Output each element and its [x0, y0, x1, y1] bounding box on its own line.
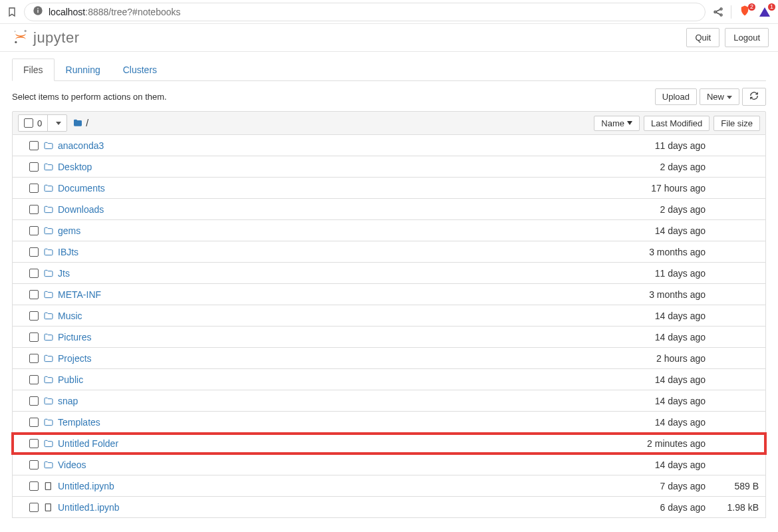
row-checkbox[interactable] [29, 184, 39, 193]
item-name-link[interactable]: Jts [58, 268, 70, 279]
row-checkbox[interactable] [29, 503, 39, 512]
chevron-down-icon [56, 122, 61, 125]
upload-button[interactable]: Upload [655, 88, 697, 105]
main-tabs: Files Running Clusters [12, 59, 766, 81]
url-input[interactable]: localhost:8888/tree?#notebooks [24, 3, 706, 21]
item-name-link[interactable]: Desktop [58, 162, 92, 172]
item-name-link[interactable]: Untitled.ipynb [58, 481, 114, 491]
item-modified: 3 months ago [599, 247, 706, 257]
item-name-link[interactable]: Projects [58, 353, 92, 364]
sort-modified-label: Last Modified [651, 118, 702, 128]
row-checkbox[interactable] [29, 311, 39, 321]
item-modified: 14 days ago [599, 374, 706, 385]
row-checkbox[interactable] [29, 460, 39, 469]
selected-count: 0 [37, 118, 42, 128]
svg-point-7 [15, 41, 17, 43]
row-checkbox[interactable] [29, 481, 39, 491]
svg-rect-1 [37, 10, 38, 13]
list-item: Music14 days ago [12, 305, 766, 327]
item-modified: 14 days ago [599, 225, 706, 236]
list-item: Desktop2 days ago [12, 156, 766, 178]
shield-badge-count: 2 [748, 3, 755, 11]
url-host: localhost [49, 7, 85, 17]
row-checkbox[interactable] [29, 332, 39, 342]
select-all-checkbox[interactable] [24, 118, 33, 128]
sort-size-label: File size [721, 118, 753, 128]
folder-icon [43, 268, 58, 279]
item-name-link[interactable]: snap [58, 396, 78, 406]
item-modified: 2 minutes ago [599, 438, 706, 449]
quit-button[interactable]: Quit [686, 28, 719, 47]
row-checkbox[interactable] [29, 439, 39, 448]
notebook-icon [43, 481, 58, 491]
select-all-group: 0 [18, 114, 67, 132]
breadcrumb[interactable]: / [72, 118, 88, 128]
jupyter-logo-icon [12, 28, 29, 47]
brave-shield-icon[interactable]: 2 [738, 5, 751, 19]
row-checkbox[interactable] [29, 290, 39, 299]
folder-icon [43, 247, 58, 257]
item-name-link[interactable]: Videos [58, 460, 86, 470]
breadcrumb-sep: / [86, 118, 88, 128]
share-icon[interactable] [712, 6, 724, 18]
row-checkbox[interactable] [29, 418, 39, 427]
bookmark-icon[interactable] [7, 7, 17, 17]
new-label: New [707, 92, 724, 102]
item-size: 589 B [706, 481, 759, 491]
item-name-link[interactable]: Untitled Folder [58, 438, 118, 449]
sort-size-button[interactable]: File size [713, 116, 760, 131]
row-checkbox[interactable] [29, 269, 39, 278]
jupyter-header: jupyter Quit Logout [0, 24, 778, 52]
list-item: Jts11 days ago [12, 263, 766, 284]
item-name-link[interactable]: Downloads [58, 204, 104, 215]
jupyter-logo-text: jupyter [33, 29, 80, 47]
folder-icon [43, 438, 58, 449]
row-checkbox[interactable] [29, 375, 39, 384]
folder-icon [43, 332, 58, 342]
row-checkbox[interactable] [29, 141, 39, 150]
folder-icon [43, 417, 58, 428]
row-checkbox[interactable] [29, 162, 39, 172]
item-name-link[interactable]: Templates [58, 417, 100, 428]
row-checkbox[interactable] [29, 247, 39, 257]
extension-icon[interactable]: 1 [758, 5, 771, 19]
item-modified: 14 days ago [599, 417, 706, 428]
logout-button[interactable]: Logout [725, 28, 769, 47]
list-item: IBJts3 months ago [12, 241, 766, 263]
row-checkbox[interactable] [29, 354, 39, 363]
row-checkbox[interactable] [29, 226, 39, 235]
refresh-button[interactable] [742, 88, 766, 106]
new-dropdown-button[interactable]: New [700, 88, 739, 105]
item-modified: 3 months ago [599, 289, 706, 300]
tab-running[interactable]: Running [55, 59, 112, 81]
item-modified: 14 days ago [599, 460, 706, 470]
divider [731, 5, 731, 19]
jupyter-logo[interactable]: jupyter [12, 28, 80, 47]
item-name-link[interactable]: Untitled1.ipynb [58, 502, 120, 513]
item-modified: 14 days ago [599, 311, 706, 321]
item-name-link[interactable]: META-INF [58, 289, 101, 300]
sort-name-label: Name [601, 118, 624, 128]
select-dropdown[interactable] [48, 115, 66, 131]
selection-hint: Select items to perform actions on them. [12, 92, 167, 102]
item-modified: 14 days ago [599, 332, 706, 342]
item-name-link[interactable]: gems [58, 225, 80, 236]
sort-name-button[interactable]: Name [594, 116, 640, 131]
list-item: snap14 days ago [12, 390, 766, 412]
list-item: Untitled1.ipynb6 days ago1.98 kB [12, 497, 766, 518]
item-modified: 7 days ago [599, 481, 706, 491]
item-name-link[interactable]: Public [58, 374, 83, 385]
item-name-link[interactable]: IBJts [58, 247, 78, 257]
sort-modified-button[interactable]: Last Modified [644, 116, 710, 131]
item-name-link[interactable]: Music [58, 311, 82, 321]
item-name-link[interactable]: Pictures [58, 332, 92, 342]
item-name-link[interactable]: anaconda3 [58, 140, 104, 151]
item-name-link[interactable]: Documents [58, 183, 105, 194]
site-info-icon[interactable] [33, 5, 43, 18]
row-checkbox[interactable] [29, 396, 39, 406]
row-checkbox[interactable] [29, 205, 39, 214]
tab-clusters[interactable]: Clusters [112, 59, 168, 81]
list-item: anaconda311 days ago [12, 135, 766, 156]
tab-files[interactable]: Files [12, 59, 55, 81]
folder-icon [72, 118, 83, 128]
